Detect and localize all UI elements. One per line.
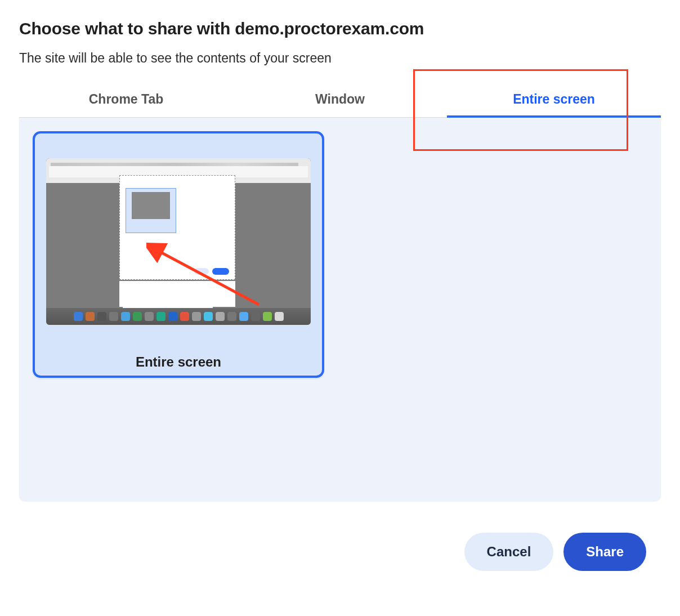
- dock-icon: [109, 312, 118, 321]
- dialog-title: Choose what to share with demo.proctorex…: [19, 19, 661, 38]
- dock-icon: [227, 312, 236, 321]
- dock-icon: [133, 312, 142, 321]
- tab-label: Chrome Tab: [89, 92, 163, 106]
- share-options-panel: Entire screen: [19, 118, 661, 502]
- screen-share-dialog: Choose what to share with demo.proctorex…: [0, 0, 680, 616]
- dock-icon: [192, 312, 201, 321]
- dock-icon: [275, 312, 284, 321]
- dock-icon: [180, 312, 189, 321]
- share-button[interactable]: Share: [563, 533, 646, 571]
- dialog-footer: Cancel Share: [464, 533, 646, 571]
- dock-icon: [97, 312, 106, 321]
- dock-icon: [239, 312, 248, 321]
- dock-icon: [145, 312, 154, 321]
- preview-dock: [46, 308, 311, 325]
- dock-icon: [121, 312, 130, 321]
- preview-nested-selection: [126, 188, 176, 233]
- screen-thumbnail-label: Entire screen: [35, 354, 322, 370]
- dock-icon: [204, 312, 213, 321]
- cancel-button[interactable]: Cancel: [464, 533, 554, 571]
- share-source-tabs: Chrome Tab Window Entire screen: [19, 82, 661, 118]
- dock-icon: [168, 312, 177, 321]
- preview-nested-cancel: [194, 268, 209, 275]
- preview-nested-share: [212, 268, 229, 275]
- tab-label: Entire screen: [513, 92, 595, 106]
- dialog-subtitle: The site will be able to see the content…: [19, 51, 661, 66]
- dock-icon: [156, 312, 165, 321]
- tab-label: Window: [315, 92, 365, 106]
- tab-entire-screen[interactable]: Entire screen: [447, 82, 661, 117]
- dock-icon: [263, 312, 272, 321]
- dock-icon: [86, 312, 95, 321]
- tab-window[interactable]: Window: [233, 82, 447, 117]
- screen-thumbnail-preview: [46, 158, 311, 325]
- tab-chrome-tab[interactable]: Chrome Tab: [19, 82, 233, 117]
- dialog-header: Choose what to share with demo.proctorex…: [0, 0, 680, 82]
- screen-thumbnail-card[interactable]: Entire screen: [33, 131, 324, 378]
- dock-icon: [74, 312, 83, 321]
- dock-icon: [216, 312, 225, 321]
- dock-icon: [251, 312, 260, 321]
- preview-nested-dialog: [119, 175, 235, 280]
